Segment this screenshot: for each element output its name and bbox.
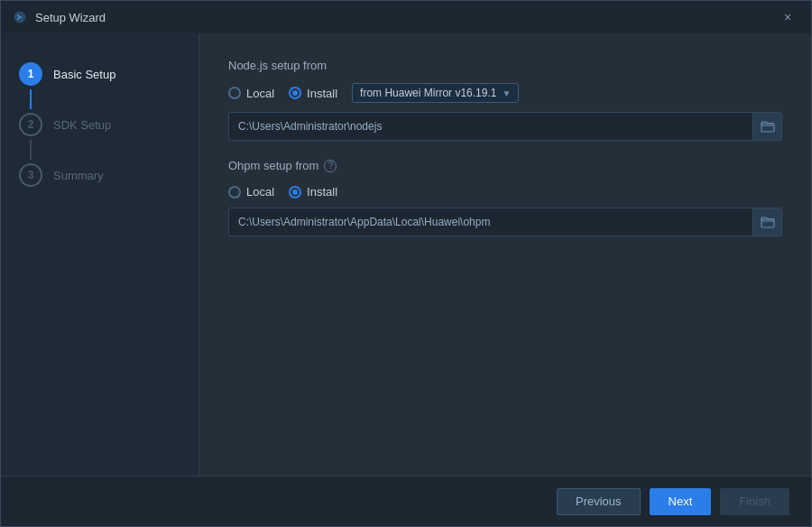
svg-rect-0 [761,124,774,132]
nodejs-install-label: Install [307,87,337,100]
finish-button: Finish [720,488,789,515]
right-panel: Node.js setup from Local Install from Hu… [199,33,811,476]
nodejs-local-radio-circle [228,87,241,99]
nodejs-install-radio-circle [289,87,301,99]
setup-wizard-window: Setup Wizard × 1 Basic Setup 2 SDK Setup [0,0,812,527]
ohpm-install-label: Install [307,185,337,199]
nodejs-mirror-dropdown[interactable]: from Huawei Mirror v16.19.1 ▼ [352,83,519,103]
close-button[interactable]: × [775,5,800,30]
sidebar-item-summary[interactable]: 3 Summary [1,156,198,194]
ohpm-section-title: Ohpm setup from [228,159,318,172]
previous-button[interactable]: Previous [557,488,641,515]
ohpm-path-input[interactable] [229,216,752,228]
ohpm-browse-button[interactable] [752,208,781,236]
nodejs-browse-button[interactable] [752,113,781,140]
svg-rect-1 [761,219,774,227]
nodejs-path-row [228,112,782,141]
step-1-circle: 1 [19,62,42,86]
title-bar: Setup Wizard × [1,1,811,33]
step-3-label: Summary [53,169,104,182]
step-2-label: SDK Setup [53,118,111,132]
nodejs-section-title: Node.js setup from [228,59,782,72]
ohpm-local-radio-circle [228,186,241,199]
ohpm-local-radio[interactable]: Local [228,185,274,199]
nodejs-path-input[interactable] [229,120,752,133]
title-bar-text: Setup Wizard [35,11,775,24]
step-2-circle: 2 [19,113,42,136]
app-logo-icon [12,9,28,25]
nodejs-install-radio[interactable]: Install [289,87,337,100]
main-content: 1 Basic Setup 2 SDK Setup 3 Summary [1,33,811,476]
nodejs-mirror-value: from Huawei Mirror v16.19.1 [360,87,496,99]
dropdown-arrow-icon: ▼ [502,88,511,98]
sidebar: 1 Basic Setup 2 SDK Setup 3 Summary [1,33,199,476]
ohpm-section-title-row: Ohpm setup from ? [228,159,782,172]
ohpm-local-label: Local [246,185,274,199]
bottom-bar: Previous Next Finish [1,476,811,526]
ohpm-options-row: Local Install [228,185,782,199]
next-button[interactable]: Next [650,488,712,515]
step-3-circle: 3 [19,163,42,187]
nodejs-local-radio[interactable]: Local [228,87,274,100]
ohpm-help-icon[interactable]: ? [324,160,337,172]
nodejs-local-label: Local [246,87,274,100]
step-1-label: Basic Setup [53,68,115,81]
sidebar-item-basic-setup[interactable]: 1 Basic Setup [1,55,198,93]
ohpm-install-radio[interactable]: Install [289,185,337,199]
nodejs-options-row: Local Install from Huawei Mirror v16.19.… [228,83,782,103]
sidebar-item-sdk-setup[interactable]: 2 SDK Setup [1,106,198,143]
ohpm-path-row [228,208,782,236]
ohpm-install-radio-circle [289,186,301,199]
